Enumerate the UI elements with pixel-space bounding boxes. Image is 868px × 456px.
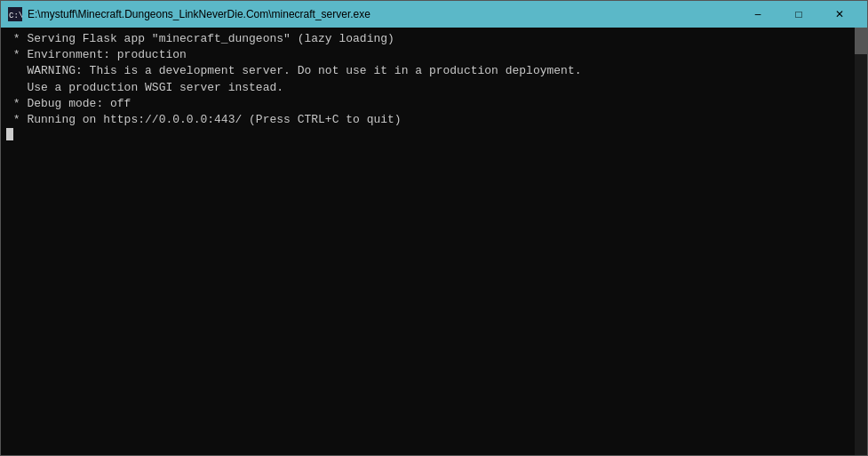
close-button[interactable]: ✕ — [819, 1, 860, 28]
console-line-6: * Running on https://0.0.0.0:443/ (Press… — [6, 112, 862, 128]
window-title: E:\mystuff\Minecraft.Dungeons_LinkNeverD… — [28, 8, 730, 20]
console-body[interactable]: * Serving Flask app "minecraft_dungeons"… — [1, 28, 867, 455]
cursor — [6, 128, 13, 140]
scrollbar[interactable] — [855, 28, 867, 455]
title-bar: C:\ E:\mystuff\Minecraft.Dungeons_LinkNe… — [1, 1, 867, 28]
app-icon: C:\ — [8, 7, 22, 21]
minimize-button[interactable]: – — [737, 1, 778, 28]
console-line-1: * Serving Flask app "minecraft_dungeons"… — [6, 31, 862, 47]
console-line-3: WARNING: This is a development server. D… — [6, 63, 862, 79]
svg-text:C:\: C:\ — [9, 12, 22, 20]
scrollbar-thumb[interactable] — [855, 28, 867, 54]
console-line-2: * Environment: production — [6, 47, 862, 63]
console-line-5: * Debug mode: off — [6, 96, 862, 112]
window: C:\ E:\mystuff\Minecraft.Dungeons_LinkNe… — [0, 0, 868, 456]
console-line-4: Use a production WSGI server instead. — [6, 80, 862, 96]
cursor-line — [6, 128, 862, 140]
maximize-button[interactable]: □ — [778, 1, 819, 28]
window-controls: – □ ✕ — [737, 1, 860, 28]
